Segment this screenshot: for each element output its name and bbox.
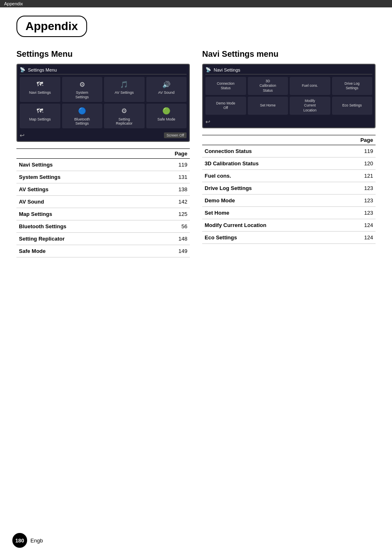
navi-item-home: Set Home	[248, 97, 288, 115]
row-page: 121	[339, 170, 376, 182]
system-icon: ⚙	[76, 79, 88, 89]
navi-item-demo: Demo ModeOff	[205, 97, 246, 115]
left-column: Settings Menu 📡 Settings Menu 🗺 Navi Set…	[16, 49, 190, 257]
navi-item-eco: Eco Settings	[332, 97, 373, 115]
navi-screen-bottom: ↩	[205, 117, 372, 125]
navi-screen-title-bar: 📡 Navi Settings	[205, 67, 372, 74]
row-label: AV Sound	[16, 196, 146, 208]
table-row: Fuel cons. 121	[202, 170, 376, 182]
page-number-badge: 180	[12, 533, 27, 548]
row-page: 119	[339, 145, 376, 158]
screen-item-system: ⚙ SystemSettings	[62, 77, 103, 102]
navi-antenna-icon: 📡	[205, 67, 211, 72]
row-page: 149	[146, 245, 190, 257]
navi-screen-back-button: ↩	[205, 118, 210, 125]
screen-item-bluetooth: 🔵 BluetoothSettings	[62, 104, 103, 129]
navi-item-connection: ConnectionStatus	[205, 77, 246, 95]
avsound-icon: 🔊	[161, 79, 172, 89]
row-page: 120	[339, 158, 376, 170]
row-label: Safe Mode	[16, 245, 146, 257]
navi-screen-grid: ConnectionStatus 3DCalibrationStatus Fue…	[205, 77, 372, 115]
screen-item-navi: 🗺 Navi Settings	[20, 77, 60, 102]
two-col-layout: Settings Menu 📡 Settings Menu 🗺 Navi Set…	[16, 49, 376, 257]
table-row: AV Settings 138	[16, 183, 190, 196]
av-icon: 🎵	[118, 79, 130, 89]
table-row: Setting Replicator 148	[16, 233, 190, 245]
screen-title-bar: 📡 Settings Menu	[20, 67, 187, 74]
row-label: Modify Current Location	[202, 219, 339, 232]
table-row: Eco Settings 124	[202, 232, 376, 244]
row-page: 131	[146, 171, 190, 183]
row-label: Fuel cons.	[202, 170, 339, 182]
row-page: 119	[146, 159, 190, 171]
row-label: Eco Settings	[202, 232, 339, 244]
screen-item-av: 🎵 AV Settings	[104, 77, 145, 102]
settings-table-page-header: Page	[146, 149, 190, 159]
page-header: Appendix	[0, 0, 392, 7]
row-label: System Settings	[16, 171, 146, 183]
navi-table-page-header: Page	[339, 135, 376, 145]
page-language: Engb	[30, 537, 43, 544]
table-row: Drive Log Settings 123	[202, 182, 376, 195]
screen-title: Settings Menu	[28, 67, 57, 72]
antenna-icon: 📡	[20, 67, 25, 72]
screen-item-avsound: 🔊 AV Sound	[146, 77, 187, 102]
table-row: Safe Mode 149	[16, 245, 190, 257]
navi-settings-table: Page Connection Status 119 3D Calibratio…	[202, 135, 376, 244]
navi-item-calibration: 3DCalibrationStatus	[248, 77, 288, 95]
row-page: 124	[339, 232, 376, 244]
settings-screen-mockup: 📡 Settings Menu 🗺 Navi Settings ⚙ System…	[16, 64, 190, 142]
settings-table-empty-header	[16, 149, 146, 159]
screen-items-grid: 🗺 Navi Settings ⚙ SystemSettings 🎵 AV Se…	[20, 77, 187, 128]
screen-item-map: 🗺 Map Settings	[20, 104, 60, 129]
row-page: 123	[339, 182, 376, 195]
right-column: Navi Settings menu 📡 Navi Settings Conne…	[202, 49, 376, 257]
table-row: 3D Calibration Status 120	[202, 158, 376, 170]
settings-menu-table: Page Navi Settings 119 System Settings 1…	[16, 148, 190, 257]
row-page: 148	[146, 233, 190, 245]
table-row: Set Home 123	[202, 207, 376, 219]
page-footer: 180 Engb	[0, 533, 392, 548]
page-title: Appendix	[16, 16, 87, 37]
row-page: 56	[146, 220, 190, 233]
table-row: Modify Current Location 124	[202, 219, 376, 232]
row-label: Map Settings	[16, 208, 146, 220]
navi-table-empty-header	[202, 135, 339, 145]
navi-item-fuel: Fuel cons.	[290, 77, 330, 95]
table-row: AV Sound 142	[16, 196, 190, 208]
screen-bottom: ↩ Screen Off	[20, 130, 187, 139]
row-label: Setting Replicator	[16, 233, 146, 245]
row-page: 123	[339, 195, 376, 207]
navi-item-location: ModifyCurrentLocation	[290, 97, 330, 115]
row-label: Navi Settings	[16, 159, 146, 171]
screen-item-safe: 🟢 Safe Mode	[146, 104, 187, 129]
navi-item-drivelog: Drive LogSettings	[332, 77, 373, 95]
row-page: 125	[146, 208, 190, 220]
screen-item-replicator: ⚙ SettingReplicator	[104, 104, 145, 129]
header-label: Appendix	[4, 1, 23, 6]
navi-screen-title: Navi Settings	[214, 67, 240, 72]
row-label: Drive Log Settings	[202, 182, 339, 195]
row-label: Set Home	[202, 207, 339, 219]
row-label: Demo Mode	[202, 195, 339, 207]
table-row: Demo Mode 123	[202, 195, 376, 207]
screen-off-button: Screen Off	[164, 132, 187, 138]
map-icon: 🗺	[34, 106, 46, 116]
table-row: System Settings 131	[16, 171, 190, 183]
navi-icon: 🗺	[34, 79, 46, 89]
row-page: 138	[146, 183, 190, 196]
table-row: Connection Status 119	[202, 145, 376, 158]
table-row: Map Settings 125	[16, 208, 190, 220]
settings-menu-heading: Settings Menu	[16, 49, 190, 59]
row-label: 3D Calibration Status	[202, 158, 339, 170]
row-page: 123	[339, 207, 376, 219]
table-row: Navi Settings 119	[16, 159, 190, 171]
navi-screen-mockup: 📡 Navi Settings ConnectionStatus 3DCalib…	[202, 64, 376, 128]
main-content: Appendix Settings Menu 📡 Settings Menu 🗺…	[0, 7, 392, 266]
navi-settings-heading: Navi Settings menu	[202, 49, 376, 59]
safe-icon: 🟢	[161, 106, 172, 116]
row-label: Connection Status	[202, 145, 339, 158]
replicator-icon: ⚙	[118, 106, 130, 116]
screen-back-button: ↩	[20, 132, 25, 139]
bluetooth-icon: 🔵	[76, 106, 88, 116]
